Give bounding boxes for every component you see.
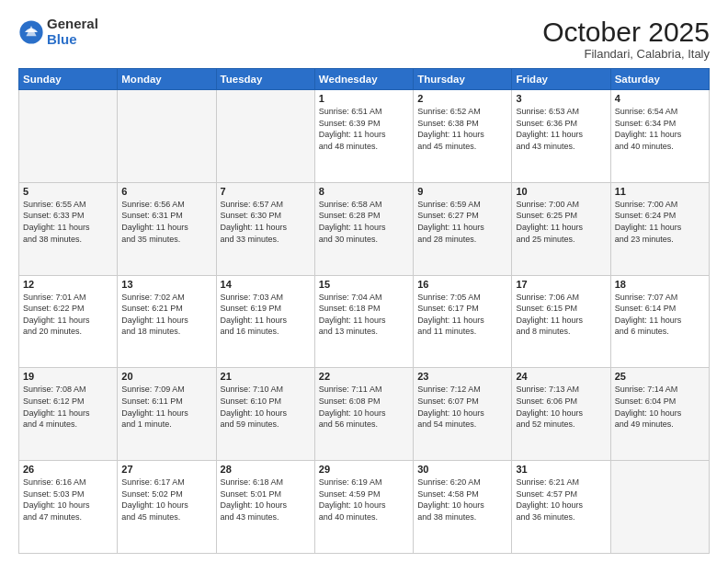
day-detail: Sunrise: 7:03 AM Sunset: 6:19 PM Dayligh… — [221, 292, 311, 338]
day-cell: 5Sunrise: 6:55 AM Sunset: 6:33 PM Daylig… — [19, 182, 118, 275]
day-detail: Sunrise: 7:00 AM Sunset: 6:25 PM Dayligh… — [516, 199, 606, 245]
day-cell: 27Sunrise: 6:17 AM Sunset: 5:02 PM Dayli… — [118, 461, 216, 554]
col-monday: Monday — [118, 69, 216, 90]
day-cell: 23Sunrise: 7:12 AM Sunset: 6:07 PM Dayli… — [414, 368, 512, 461]
day-number: 18 — [615, 279, 705, 290]
day-detail: Sunrise: 7:00 AM Sunset: 6:24 PM Dayligh… — [615, 199, 705, 245]
day-number: 30 — [417, 464, 507, 475]
day-number: 2 — [417, 93, 507, 104]
day-detail: Sunrise: 7:10 AM Sunset: 6:10 PM Dayligh… — [221, 384, 311, 430]
day-detail: Sunrise: 7:02 AM Sunset: 6:21 PM Dayligh… — [121, 292, 211, 338]
day-cell: 12Sunrise: 7:01 AM Sunset: 6:22 PM Dayli… — [19, 275, 118, 368]
day-number: 5 — [23, 186, 113, 197]
day-number: 14 — [221, 279, 311, 290]
page: General Blue October 2025 Filandari, Cal… — [0, 0, 728, 563]
day-cell: 11Sunrise: 7:00 AM Sunset: 6:24 PM Dayli… — [610, 182, 709, 275]
day-cell: 15Sunrise: 7:04 AM Sunset: 6:18 PM Dayli… — [314, 275, 413, 368]
day-detail: Sunrise: 7:09 AM Sunset: 6:11 PM Dayligh… — [121, 384, 211, 430]
logo-blue: Blue — [47, 32, 98, 48]
week-row-1: 1Sunrise: 6:51 AM Sunset: 6:39 PM Daylig… — [19, 90, 710, 183]
day-detail: Sunrise: 7:12 AM Sunset: 6:07 PM Dayligh… — [417, 384, 507, 430]
week-row-2: 5Sunrise: 6:55 AM Sunset: 6:33 PM Daylig… — [19, 182, 710, 275]
day-detail: Sunrise: 6:19 AM Sunset: 4:59 PM Dayligh… — [319, 477, 409, 523]
day-number: 11 — [615, 186, 705, 197]
col-thursday: Thursday — [414, 69, 512, 90]
day-detail: Sunrise: 6:16 AM Sunset: 5:03 PM Dayligh… — [23, 477, 113, 523]
day-cell: 19Sunrise: 7:08 AM Sunset: 6:12 PM Dayli… — [19, 368, 118, 461]
day-number: 25 — [615, 371, 705, 382]
col-saturday: Saturday — [610, 69, 709, 90]
col-friday: Friday — [512, 69, 610, 90]
day-cell: 22Sunrise: 7:11 AM Sunset: 6:08 PM Dayli… — [314, 368, 413, 461]
day-cell: 17Sunrise: 7:06 AM Sunset: 6:15 PM Dayli… — [512, 275, 610, 368]
day-detail: Sunrise: 7:05 AM Sunset: 6:17 PM Dayligh… — [417, 292, 507, 338]
day-number: 20 — [121, 371, 211, 382]
header-row: Sunday Monday Tuesday Wednesday Thursday… — [19, 69, 710, 90]
day-cell: 6Sunrise: 6:56 AM Sunset: 6:31 PM Daylig… — [118, 182, 216, 275]
day-number: 28 — [221, 464, 311, 475]
logo-text: General Blue — [47, 17, 98, 47]
day-cell — [610, 461, 709, 554]
day-number: 12 — [23, 279, 113, 290]
day-cell: 14Sunrise: 7:03 AM Sunset: 6:19 PM Dayli… — [216, 275, 314, 368]
day-number: 7 — [221, 186, 311, 197]
day-number: 10 — [516, 186, 606, 197]
day-cell: 16Sunrise: 7:05 AM Sunset: 6:17 PM Dayli… — [414, 275, 512, 368]
day-cell: 21Sunrise: 7:10 AM Sunset: 6:10 PM Dayli… — [216, 368, 314, 461]
day-cell: 4Sunrise: 6:54 AM Sunset: 6:34 PM Daylig… — [610, 90, 709, 183]
day-detail: Sunrise: 6:20 AM Sunset: 4:58 PM Dayligh… — [417, 477, 507, 523]
day-detail: Sunrise: 7:06 AM Sunset: 6:15 PM Dayligh… — [516, 292, 606, 338]
day-detail: Sunrise: 6:57 AM Sunset: 6:30 PM Dayligh… — [221, 199, 311, 245]
day-cell: 3Sunrise: 6:53 AM Sunset: 6:36 PM Daylig… — [512, 90, 610, 183]
day-number: 27 — [121, 464, 211, 475]
day-cell: 30Sunrise: 6:20 AM Sunset: 4:58 PM Dayli… — [414, 461, 512, 554]
week-row-3: 12Sunrise: 7:01 AM Sunset: 6:22 PM Dayli… — [19, 275, 710, 368]
col-wednesday: Wednesday — [314, 69, 413, 90]
title-block: October 2025 Filandari, Calabria, Italy — [542, 17, 710, 61]
day-number: 13 — [121, 279, 211, 290]
day-detail: Sunrise: 6:18 AM Sunset: 5:01 PM Dayligh… — [221, 477, 311, 523]
day-detail: Sunrise: 6:17 AM Sunset: 5:02 PM Dayligh… — [121, 477, 211, 523]
day-number: 22 — [319, 371, 409, 382]
day-number: 17 — [516, 279, 606, 290]
day-cell: 10Sunrise: 7:00 AM Sunset: 6:25 PM Dayli… — [512, 182, 610, 275]
logo-general: General — [47, 17, 98, 32]
day-number: 9 — [417, 186, 507, 197]
day-cell: 7Sunrise: 6:57 AM Sunset: 6:30 PM Daylig… — [216, 182, 314, 275]
day-detail: Sunrise: 6:52 AM Sunset: 6:38 PM Dayligh… — [417, 106, 507, 152]
day-cell: 26Sunrise: 6:16 AM Sunset: 5:03 PM Dayli… — [19, 461, 118, 554]
day-detail: Sunrise: 7:13 AM Sunset: 6:06 PM Dayligh… — [516, 384, 606, 430]
day-number: 8 — [319, 186, 409, 197]
week-row-5: 26Sunrise: 6:16 AM Sunset: 5:03 PM Dayli… — [19, 461, 710, 554]
day-detail: Sunrise: 7:01 AM Sunset: 6:22 PM Dayligh… — [23, 292, 113, 338]
day-number: 4 — [615, 93, 705, 104]
day-detail: Sunrise: 6:56 AM Sunset: 6:31 PM Dayligh… — [121, 199, 211, 245]
day-cell: 31Sunrise: 6:21 AM Sunset: 4:57 PM Dayli… — [512, 461, 610, 554]
day-cell: 24Sunrise: 7:13 AM Sunset: 6:06 PM Dayli… — [512, 368, 610, 461]
day-number: 24 — [516, 371, 606, 382]
day-cell: 18Sunrise: 7:07 AM Sunset: 6:14 PM Dayli… — [610, 275, 709, 368]
day-number: 19 — [23, 371, 113, 382]
header: General Blue October 2025 Filandari, Cal… — [18, 17, 710, 61]
day-detail: Sunrise: 7:14 AM Sunset: 6:04 PM Dayligh… — [615, 384, 705, 430]
location: Filandari, Calabria, Italy — [542, 47, 710, 61]
day-cell — [216, 90, 314, 183]
day-cell: 20Sunrise: 7:09 AM Sunset: 6:11 PM Dayli… — [118, 368, 216, 461]
day-cell — [118, 90, 216, 183]
day-detail: Sunrise: 7:11 AM Sunset: 6:08 PM Dayligh… — [319, 384, 409, 430]
month-title: October 2025 — [542, 17, 710, 47]
day-detail: Sunrise: 6:51 AM Sunset: 6:39 PM Dayligh… — [319, 106, 409, 152]
col-tuesday: Tuesday — [216, 69, 314, 90]
day-detail: Sunrise: 6:58 AM Sunset: 6:28 PM Dayligh… — [319, 199, 409, 245]
day-number: 31 — [516, 464, 606, 475]
logo-icon — [18, 19, 44, 45]
day-detail: Sunrise: 7:04 AM Sunset: 6:18 PM Dayligh… — [319, 292, 409, 338]
day-detail: Sunrise: 7:08 AM Sunset: 6:12 PM Dayligh… — [23, 384, 113, 430]
day-number: 16 — [417, 279, 507, 290]
day-cell: 29Sunrise: 6:19 AM Sunset: 4:59 PM Dayli… — [314, 461, 413, 554]
day-detail: Sunrise: 6:55 AM Sunset: 6:33 PM Dayligh… — [23, 199, 113, 245]
col-sunday: Sunday — [19, 69, 118, 90]
day-number: 23 — [417, 371, 507, 382]
day-cell: 1Sunrise: 6:51 AM Sunset: 6:39 PM Daylig… — [314, 90, 413, 183]
day-number: 15 — [319, 279, 409, 290]
